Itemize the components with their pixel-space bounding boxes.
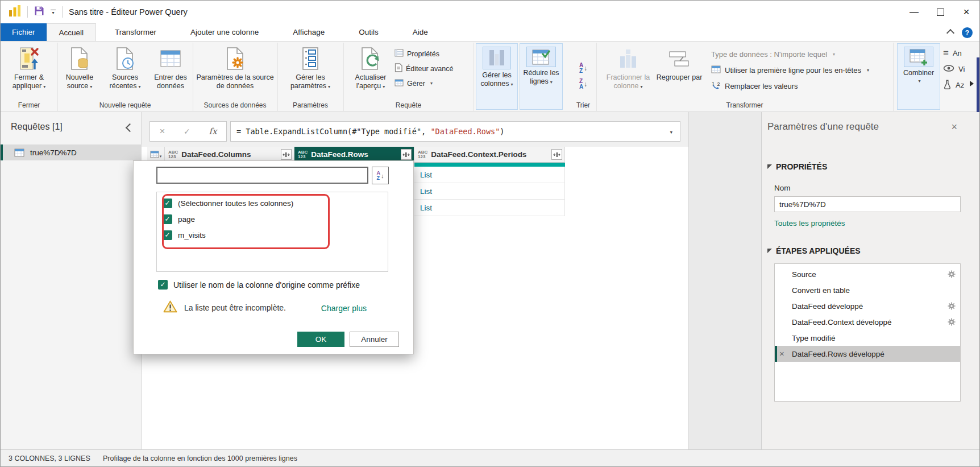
ribbon-tab-bar: Fichier Accueil Transformer Ajouter une … xyxy=(1,23,979,42)
formula-text: = Table.ExpandListColumn(#"Type modifié"… xyxy=(236,127,504,136)
load-more-link[interactable]: Charger plus xyxy=(321,304,367,313)
formula-input[interactable]: = Table.ExpandListColumn(#"Type modifié"… xyxy=(230,121,680,142)
tab-aide[interactable]: Aide xyxy=(401,23,440,41)
formula-cancel-icon[interactable]: × xyxy=(159,126,165,137)
queries-panel: Requêtes [1] true%7D%7D xyxy=(1,112,142,449)
checkbox-checked-icon[interactable]: ✓ xyxy=(163,199,172,208)
list-link[interactable]: List xyxy=(420,204,432,212)
dialog-list-item[interactable]: ✓ page xyxy=(157,211,388,227)
recent-sources-button[interactable]: Sources récentes▾ xyxy=(103,44,147,90)
applied-step[interactable]: DataFeed développé xyxy=(775,298,960,314)
combine-button[interactable]: Combiner ▾ xyxy=(898,45,939,84)
close-and-apply-button[interactable]: Fermer & appliquer▾ xyxy=(2,44,56,90)
checkbox-checked-icon[interactable]: ✓ xyxy=(163,230,172,240)
properties-section-header[interactable]: PROPRIÉTÉS xyxy=(767,162,827,171)
checkbox-checked-icon[interactable]: ✓ xyxy=(163,214,172,224)
close-button[interactable]: × xyxy=(953,1,979,23)
maximize-button[interactable] xyxy=(927,1,953,23)
queries-panel-header: Requêtes [1] xyxy=(11,122,63,132)
minimize-button[interactable]: — xyxy=(901,1,927,23)
tab-ajouter-une-colonne[interactable]: Ajouter une colonne xyxy=(178,23,271,41)
dialog-sort-az-button[interactable]: AZ↓ xyxy=(372,167,389,184)
group-by-button[interactable]: Regrouper par xyxy=(655,44,703,82)
tab-outils[interactable]: Outils xyxy=(347,23,391,41)
tab-accueil[interactable]: Accueil xyxy=(47,23,97,41)
use-original-column-name-option[interactable]: ✓ Utiliser le nom de la colonne d'origin… xyxy=(158,280,360,290)
query-name-input[interactable] xyxy=(774,196,961,212)
dialog-search-input[interactable] xyxy=(156,167,368,184)
settings-close-icon[interactable]: × xyxy=(951,121,957,133)
status-profiling[interactable]: Profilage de la colonne en fonction des … xyxy=(103,454,297,462)
divider xyxy=(27,6,28,18)
checkbox-checked-icon[interactable]: ✓ xyxy=(158,280,168,290)
tab-fichier[interactable]: Fichier xyxy=(1,23,47,41)
azure-ml-flask-icon-button[interactable]: Az xyxy=(943,79,964,91)
ai-text-analytics-button[interactable]: ≡ An xyxy=(943,47,962,59)
close-apply-icon xyxy=(19,46,39,72)
applied-step[interactable]: Type modifié xyxy=(775,330,960,346)
applied-step[interactable]: Converti en table xyxy=(775,282,960,298)
tab-affichage[interactable]: Affichage xyxy=(281,23,337,41)
manage-query-button[interactable]: Gérer▾ xyxy=(395,77,433,89)
list-link[interactable]: List xyxy=(420,187,432,196)
dialog-list-item[interactable]: ✓ (Sélectionner toutes les colonnes) xyxy=(157,195,388,211)
expand-column-icon[interactable] xyxy=(281,149,292,160)
refresh-preview-button[interactable]: Actualiser l'aperçu▾ xyxy=(348,44,393,90)
query-settings-panel: Paramètres d'une requête × PROPRIÉTÉS No… xyxy=(761,112,980,449)
manage-columns-button[interactable]: Gérer les colonnes▾ xyxy=(477,45,517,88)
formula-expand-icon[interactable]: ▾ xyxy=(669,129,673,136)
group-label-trier: Trier xyxy=(570,101,596,109)
applied-step[interactable]: Source xyxy=(775,266,960,282)
manage-parameters-button[interactable]: Gérer les paramètres▾ xyxy=(281,44,340,90)
expand-column-icon[interactable] xyxy=(551,149,562,160)
query-list-item[interactable]: true%7D%7D xyxy=(1,144,142,160)
step-gear-icon[interactable] xyxy=(948,318,956,328)
data-source-settings-button[interactable]: Paramètres de la source de données xyxy=(196,44,275,90)
column-header-datafeed-context-periods[interactable]: ABC123 DataFeed.Context.Periods xyxy=(414,147,565,163)
reduce-rows-button[interactable]: Réduire les lignes▾ xyxy=(521,45,562,86)
expand-column-icon[interactable] xyxy=(401,149,412,160)
replace-values-button[interactable]: 12 Remplacer les valeurs xyxy=(711,80,798,92)
use-first-row-headers-button[interactable]: Utiliser la première ligne pour les en-t… xyxy=(711,64,869,76)
table-row: List xyxy=(414,200,565,216)
enter-data-button[interactable]: Entrer des données xyxy=(148,44,193,90)
formula-accept-icon[interactable]: ✓ xyxy=(184,127,190,136)
dialog-list-item[interactable]: ✓ m_visits xyxy=(157,227,388,243)
save-icon[interactable] xyxy=(34,6,44,18)
tab-transformer[interactable]: Transformer xyxy=(103,23,168,41)
svg-text:2: 2 xyxy=(717,81,720,87)
all-properties-link[interactable]: Toutes les propriétés xyxy=(774,219,845,228)
help-icon[interactable]: ? xyxy=(962,27,973,38)
manage-parameters-icon xyxy=(301,46,319,72)
warning-triangle-icon xyxy=(163,300,177,315)
manage-query-icon xyxy=(395,79,404,88)
applied-step-selected[interactable]: × DataFeed.Rows développé xyxy=(775,346,960,362)
step-gear-icon[interactable] xyxy=(948,302,956,312)
advanced-editor-button[interactable]: Éditeur avancé xyxy=(395,63,453,75)
step-gear-icon[interactable] xyxy=(948,270,956,280)
ai-vision-button[interactable]: Vi xyxy=(943,63,965,75)
list-link[interactable]: List xyxy=(420,171,432,179)
cancel-button[interactable]: Annuler xyxy=(350,332,399,347)
applied-step[interactable]: DataFeed.Context développé xyxy=(775,314,960,330)
data-type-dropdown[interactable]: Type de données : N'importe lequel▾ xyxy=(711,48,835,60)
expand-column-dialog: AZ↓ ✓ (Sélectionner toutes les colonnes)… xyxy=(133,160,414,354)
quick-access-toolbar-caret-icon[interactable]: ▾ xyxy=(51,10,56,14)
sort-descending-icon[interactable]: ZA↓ xyxy=(579,78,587,90)
group-by-icon xyxy=(667,46,691,72)
applied-steps-section-header[interactable]: ÉTAPES APPLIQUÉES xyxy=(767,246,861,255)
reduce-rows-icon xyxy=(526,47,556,67)
ok-button[interactable]: OK xyxy=(297,332,344,347)
ribbon-scroll-right-icon[interactable] xyxy=(970,81,974,86)
flask-icon xyxy=(943,80,952,91)
properties-button[interactable]: Propriétés xyxy=(395,48,439,60)
sort-ascending-icon[interactable]: AZ↓ xyxy=(579,63,587,74)
split-column-button[interactable]: Fractionner la colonne▾ xyxy=(602,44,654,90)
collapse-ribbon-icon[interactable] xyxy=(946,29,954,37)
delete-step-icon[interactable]: × xyxy=(779,346,784,362)
group-label-fermer: Fermer xyxy=(1,101,57,109)
replace-values-icon: 12 xyxy=(711,81,721,92)
column-type-icon: ABC123 xyxy=(168,150,178,159)
new-source-button[interactable]: Nouvelle source▾ xyxy=(57,44,102,90)
collapse-queries-panel-icon[interactable] xyxy=(126,123,135,133)
